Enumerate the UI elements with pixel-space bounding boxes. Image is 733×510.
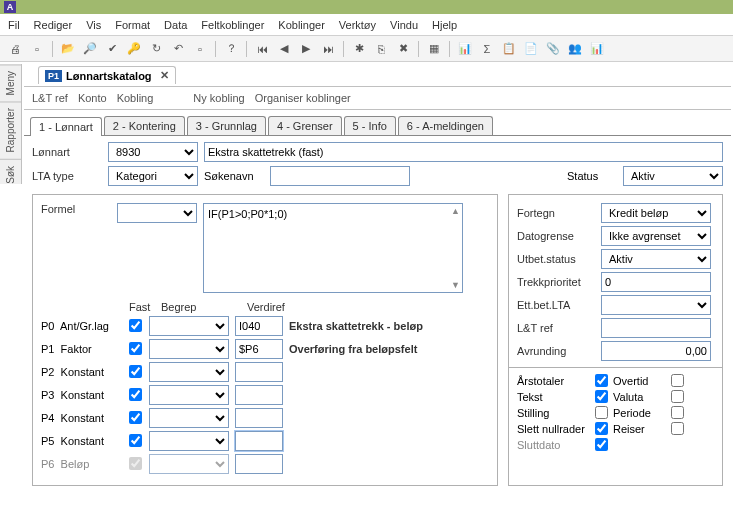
new-icon[interactable]: ✱ [350, 40, 368, 58]
prow-label-P6: P6 Beløp [41, 458, 123, 470]
menu-rediger[interactable]: Rediger [34, 19, 73, 31]
menu-data[interactable]: Data [164, 19, 187, 31]
prow-fast-P6[interactable] [129, 457, 142, 470]
side-tab-meny[interactable]: Meny [0, 64, 21, 101]
datogrense-select[interactable]: Ikke avgrenset [601, 226, 711, 246]
ettbetlta-select[interactable] [601, 295, 711, 315]
menu-fil[interactable]: Fil [8, 19, 20, 31]
printer-icon[interactable]: 🖨 [6, 40, 24, 58]
tekst-check[interactable] [595, 390, 608, 403]
prow-fast-P5[interactable] [129, 434, 142, 447]
tab-kontering[interactable]: 2 - Kontering [104, 116, 185, 135]
bars-icon[interactable]: 📊 [588, 40, 606, 58]
refresh-icon[interactable]: ↻ [147, 40, 165, 58]
prow-fast-P1[interactable] [129, 342, 142, 355]
menu-format[interactable]: Format [115, 19, 150, 31]
prow-verdiref-P2[interactable] [235, 362, 283, 382]
side-tab-sok[interactable]: Søk [0, 159, 21, 190]
sum-icon[interactable]: Σ [478, 40, 496, 58]
menu-vindu[interactable]: Vindu [390, 19, 418, 31]
prow-fast-P3[interactable] [129, 388, 142, 401]
stilling-check[interactable] [595, 406, 608, 419]
prow-verdiref-P5[interactable] [235, 431, 283, 451]
prow-verdiref-P4[interactable] [235, 408, 283, 428]
prow-verdiref-P0[interactable] [235, 316, 283, 336]
grid-icon[interactable]: ▦ [425, 40, 443, 58]
prow-fast-P2[interactable] [129, 365, 142, 378]
copy2-icon[interactable]: 📋 [500, 40, 518, 58]
open-icon[interactable]: 📂 [59, 40, 77, 58]
prow-begrep-P0[interactable] [149, 316, 229, 336]
tab-grunnlag[interactable]: 3 - Grunnlag [187, 116, 266, 135]
menu-verktoy[interactable]: Verktøy [339, 19, 376, 31]
binoculars-icon[interactable]: 🔎 [81, 40, 99, 58]
tab-lonnart[interactable]: 1 - Lønnart [30, 117, 102, 136]
overtid-check[interactable] [671, 374, 684, 387]
people-icon[interactable]: 👥 [566, 40, 584, 58]
undo-icon[interactable]: ↶ [169, 40, 187, 58]
delete-icon[interactable]: ✖ [394, 40, 412, 58]
prev-icon[interactable]: ◀ [275, 40, 293, 58]
ltref-input[interactable] [601, 318, 711, 338]
subbar-ltref[interactable]: L&T ref [32, 92, 68, 104]
formel-textarea[interactable]: IF(P1>0;P0*1;0) ▲ ▼ [203, 203, 463, 293]
prow-begrep-P1[interactable] [149, 339, 229, 359]
document-tab[interactable]: P1 Lønnartskatalog ✕ [38, 66, 176, 84]
prow-begrep-P3[interactable] [149, 385, 229, 405]
menu-feltkoblinger[interactable]: Feltkoblinger [201, 19, 264, 31]
tab-grenser[interactable]: 4 - Grenser [268, 116, 342, 135]
menu-koblinger[interactable]: Koblinger [278, 19, 324, 31]
menu-vis[interactable]: Vis [86, 19, 101, 31]
lonnart-desc-input[interactable] [204, 142, 723, 162]
paste-icon[interactable]: 📄 [522, 40, 540, 58]
prow-fast-P0[interactable] [129, 319, 142, 332]
blank2-icon[interactable]: ▫ [191, 40, 209, 58]
scroll-down-icon[interactable]: ▼ [451, 280, 460, 290]
utbetstatus-select[interactable]: Aktiv [601, 249, 711, 269]
chart-icon[interactable]: 📊 [456, 40, 474, 58]
arstotaler-check[interactable] [595, 374, 608, 387]
slettnull-check[interactable] [595, 422, 608, 435]
tab-amelding[interactable]: 6 - A-meldingen [398, 116, 493, 135]
lonnart-select[interactable]: 8930 [108, 142, 198, 162]
sokenavn-input[interactable] [270, 166, 410, 186]
last-icon[interactable]: ⏭ [319, 40, 337, 58]
subbar-kobling[interactable]: Kobling [117, 92, 154, 104]
subbar-organiser[interactable]: Organiser koblinger [255, 92, 351, 104]
formel-select[interactable] [117, 203, 197, 223]
col-fast: Fast [129, 301, 155, 313]
prow-verdiref-P3[interactable] [235, 385, 283, 405]
trekkprioritet-input[interactable] [601, 272, 711, 292]
prow-fast-P4[interactable] [129, 411, 142, 424]
prow-begrep-P6[interactable] [149, 454, 229, 474]
next-icon[interactable]: ▶ [297, 40, 315, 58]
subbar-nykobling[interactable]: Ny kobling [193, 92, 244, 104]
help-icon[interactable]: ？ [222, 40, 240, 58]
reiser-check[interactable] [671, 422, 684, 435]
scroll-up-icon[interactable]: ▲ [451, 206, 460, 216]
avrunding-input[interactable] [601, 341, 711, 361]
key-icon[interactable]: 🔑 [125, 40, 143, 58]
subbar-konto[interactable]: Konto [78, 92, 107, 104]
check-icon[interactable]: ✔ [103, 40, 121, 58]
prow-label-P5: P5 Konstant [41, 435, 123, 447]
prow-verdiref-P1[interactable] [235, 339, 283, 359]
valuta-check[interactable] [671, 390, 684, 403]
close-icon[interactable]: ✕ [160, 69, 169, 82]
sluttdato-check[interactable] [595, 438, 608, 451]
fortegn-select[interactable]: Kredit beløp [601, 203, 711, 223]
menu-hjelp[interactable]: Hjelp [432, 19, 457, 31]
prow-begrep-P2[interactable] [149, 362, 229, 382]
prow-begrep-P4[interactable] [149, 408, 229, 428]
prow-begrep-P5[interactable] [149, 431, 229, 451]
periode-check[interactable] [671, 406, 684, 419]
copy-icon[interactable]: ⎘ [372, 40, 390, 58]
side-tab-rapporter[interactable]: Rapporter [0, 101, 21, 158]
ltatype-select[interactable]: Kategori [108, 166, 198, 186]
clip-icon[interactable]: 📎 [544, 40, 562, 58]
first-icon[interactable]: ⏮ [253, 40, 271, 58]
blank-icon[interactable]: ▫ [28, 40, 46, 58]
tab-info[interactable]: 5 - Info [344, 116, 396, 135]
status-select[interactable]: Aktiv [623, 166, 723, 186]
prow-verdiref-P6[interactable] [235, 454, 283, 474]
